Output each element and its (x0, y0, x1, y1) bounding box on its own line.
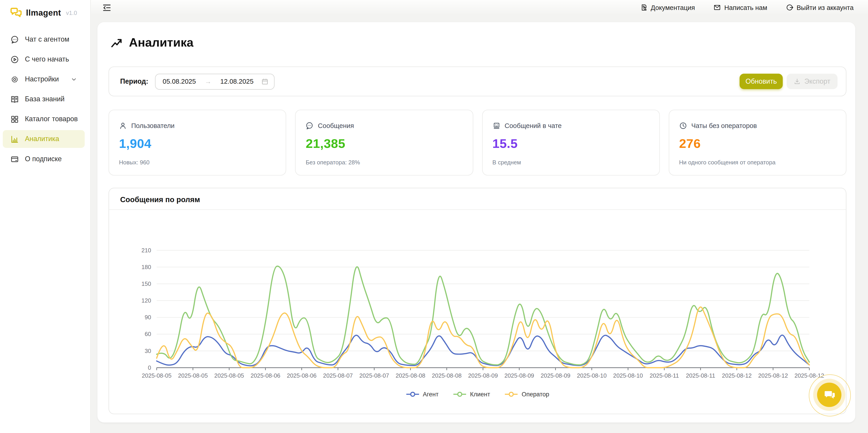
clock-icon (679, 122, 687, 129)
chat-fab-button[interactable] (817, 382, 842, 407)
sidebar-item-3[interactable]: База знаний (3, 90, 85, 108)
calendar-icon[interactable] (261, 78, 269, 85)
stat-card-3: Чаты без операторов 276 Ни одного сообще… (669, 110, 846, 176)
top-link-1[interactable]: Написать нам (714, 4, 767, 11)
sidebar-item-label: О подписке (25, 155, 62, 163)
main-content-card: Аналитика Период: 05.08.2025 → 12.08.202… (97, 22, 855, 423)
stat-value: 21,385 (306, 136, 463, 151)
svg-text:2025-08-06: 2025-08-06 (251, 372, 280, 379)
play-icon (11, 55, 19, 64)
svg-text:210: 210 (142, 247, 151, 253)
svg-text:2025-08-10: 2025-08-10 (577, 372, 607, 379)
legend-item-2[interactable]: Оператор (504, 391, 549, 398)
svg-text:0: 0 (148, 365, 151, 371)
top-link-0[interactable]: Документация (640, 4, 695, 11)
svg-text:2025-08-11: 2025-08-11 (686, 372, 715, 379)
svg-text:2025-08-05: 2025-08-05 (214, 372, 244, 379)
book-icon (11, 95, 19, 103)
top-link-label: Документация (651, 4, 695, 11)
sidebar: llmagent v1.0 Чат с агентом С чего начат… (0, 0, 91, 433)
chart-title: Сообщения по ролям (120, 195, 200, 204)
top-bar: ДокументацияНаписать намВыйти из аккаунт… (90, 0, 868, 15)
top-link-label: Написать нам (724, 4, 767, 11)
legend-marker-icon (453, 392, 467, 397)
user-icon (119, 122, 127, 129)
svg-text:2025-08-07: 2025-08-07 (323, 372, 352, 379)
svg-text:2025-08-08: 2025-08-08 (432, 372, 462, 379)
sidebar-item-label: Каталог товаров (25, 115, 78, 123)
legend-marker-icon (406, 392, 420, 397)
export-button[interactable]: Экспорт (786, 74, 837, 89)
stat-label: Сообщения (318, 122, 354, 129)
sidebar-collapse-icon[interactable] (102, 3, 111, 12)
sidebar-item-0[interactable]: Чат с агентом (3, 31, 85, 48)
date-end[interactable]: 12.08.2025 (220, 78, 253, 85)
chart-legend: Агент Клиент Оператор (109, 391, 846, 398)
page-title: Аналитика (129, 35, 193, 50)
brand: llmagent v1.0 (0, 0, 90, 18)
stat-value: 15.5 (492, 136, 649, 151)
legend-item-1[interactable]: Клиент (453, 391, 490, 398)
sidebar-item-label: База знаний (25, 95, 64, 103)
stat-label: Чаты без операторов (691, 122, 757, 129)
svg-text:90: 90 (145, 314, 151, 320)
stat-value: 1,904 (119, 136, 276, 151)
svg-text:2025-08-07: 2025-08-07 (360, 372, 389, 379)
credit-card-icon (11, 155, 19, 163)
doc-search-icon (640, 4, 647, 11)
sidebar-item-6[interactable]: О подписке (3, 150, 85, 168)
sidebar-item-2[interactable]: Настройки (3, 70, 85, 88)
svg-text:2025-08-09: 2025-08-09 (541, 372, 570, 379)
stat-subtitle: Без оператора: 28% (306, 159, 463, 165)
stat-subtitle: Ни одного сообщения от оператора (679, 159, 836, 165)
svg-text:120: 120 (142, 297, 151, 304)
sidebar-item-label: Аналитика (25, 135, 59, 143)
date-start[interactable]: 05.08.2025 (163, 78, 196, 85)
sidebar-item-5[interactable]: Аналитика (3, 130, 85, 148)
refresh-button[interactable]: Обновить (740, 74, 783, 89)
svg-text:2025-08-05: 2025-08-05 (142, 372, 171, 379)
sidebar-item-4[interactable]: Каталог товаров (3, 110, 85, 128)
sidebar-nav: Чат с агентом С чего начать Настройки Ба… (0, 31, 90, 168)
legend-item-0[interactable]: Агент (406, 391, 438, 398)
stat-label: Пользователи (131, 122, 175, 129)
mail-icon (714, 4, 721, 11)
top-link-label: Выйти из аккаунта (797, 4, 854, 11)
svg-text:2025-08-09: 2025-08-09 (504, 372, 534, 379)
stat-card-0: Пользователи 1,904 Новых: 960 (108, 110, 286, 176)
brand-logo-icon (10, 6, 22, 18)
brand-name: llmagent (26, 7, 61, 17)
stat-card-2: Сообщений в чате 15.5 В среднем (482, 110, 660, 176)
sidebar-item-1[interactable]: С чего начать (3, 51, 85, 68)
brand-version: v1.0 (66, 9, 77, 16)
bar-chart-icon (11, 135, 19, 143)
chat-fab-wrap (809, 374, 851, 416)
app-root: ДокументацияНаписать намВыйти из аккаунт… (0, 0, 868, 433)
sidebar-item-label: Настройки (25, 75, 59, 83)
top-link-2[interactable]: Выйти из аккаунта (786, 4, 854, 11)
sidebar-item-label: Чат с агентом (25, 35, 69, 43)
trending-up-icon (111, 37, 122, 49)
sidebar-item-label: С чего начать (25, 55, 69, 63)
svg-text:2025-08-12: 2025-08-12 (722, 372, 752, 379)
robot-icon (492, 122, 500, 129)
svg-text:30: 30 (145, 348, 151, 354)
legend-label: Клиент (470, 391, 490, 398)
stat-value: 276 (679, 136, 836, 151)
legend-label: Агент (423, 391, 438, 398)
export-button-label: Экспорт (804, 78, 830, 85)
chart-title-divider (109, 209, 846, 210)
grid-icon (11, 115, 19, 123)
stat-label: Сообщений в чате (504, 122, 561, 129)
stat-subtitle: Новых: 960 (119, 159, 276, 165)
svg-text:60: 60 (145, 331, 151, 337)
date-range-input[interactable]: 05.08.2025 → 12.08.2025 (155, 73, 274, 89)
stat-subtitle: В среднем (492, 159, 649, 165)
svg-text:2025-08-06: 2025-08-06 (287, 372, 316, 379)
svg-text:180: 180 (142, 264, 151, 270)
svg-text:2025-08-11: 2025-08-11 (650, 372, 679, 379)
download-icon (794, 78, 800, 85)
chart-panel: Сообщения по ролям 030609012015018021020… (108, 188, 846, 414)
legend-label: Оператор (522, 391, 549, 398)
stat-card-1: Сообщения 21,385 Без оператора: 28% (295, 110, 473, 176)
